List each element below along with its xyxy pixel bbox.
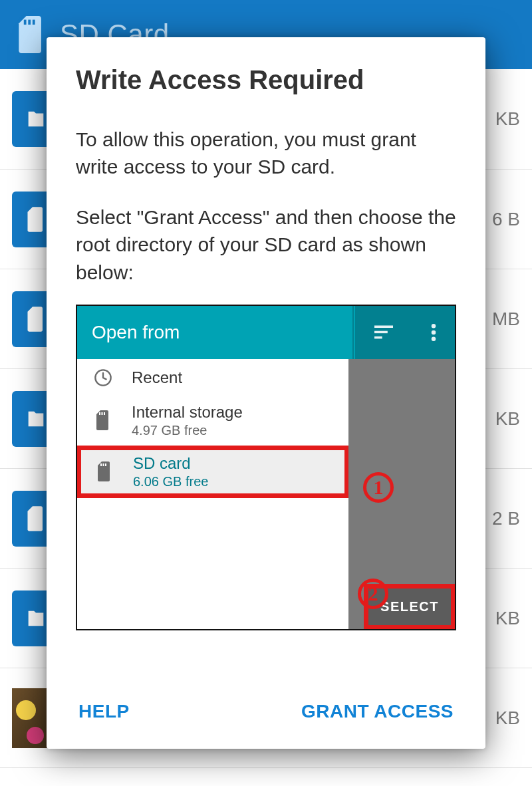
more-icon	[431, 324, 436, 341]
tutorial-body: Recent Internal storage 4.97 GB free	[77, 359, 455, 629]
dialog-title: Write Access Required	[76, 65, 456, 95]
file-size: 6 B	[492, 209, 520, 230]
write-access-dialog: Write Access Required To allow this oper…	[47, 37, 485, 749]
svg-rect-10	[99, 412, 100, 415]
file-size: KB	[495, 708, 520, 729]
sort-icon	[374, 325, 393, 340]
tutorial-image: Open from	[76, 305, 456, 630]
svg-rect-12	[104, 412, 105, 415]
tutorial-header-icons	[355, 306, 455, 359]
tutorial-item-sub: 4.97 GB free	[132, 423, 243, 438]
file-size: 2 B	[492, 508, 520, 529]
dialog-paragraph: Select "Grant Access" and then choose th…	[76, 203, 456, 286]
divider	[352, 306, 354, 359]
file-size: MB	[492, 309, 520, 330]
tutorial-item-sub: 6.06 GB free	[133, 474, 208, 489]
tutorial-item-internal: Internal storage 4.97 GB free	[77, 396, 348, 445]
step-two-marker: 2	[358, 579, 388, 609]
tutorial-item-recent: Recent	[77, 359, 348, 396]
file-size: KB	[495, 108, 520, 130]
svg-point-7	[431, 330, 436, 335]
svg-rect-15	[105, 463, 106, 466]
tutorial-item-label: Internal storage	[132, 403, 243, 422]
svg-rect-13	[100, 463, 102, 466]
list-item[interactable]: KB	[0, 767, 532, 786]
tutorial-header-title: Open from	[92, 322, 180, 343]
svg-rect-3	[374, 325, 393, 328]
svg-rect-5	[374, 336, 382, 339]
sd-card-icon	[93, 461, 116, 481]
tutorial-item-label: SD card	[133, 454, 208, 473]
file-size: KB	[495, 408, 520, 430]
sd-card-icon	[92, 410, 114, 430]
clock-icon	[92, 368, 114, 387]
help-button[interactable]: HELP	[76, 694, 132, 729]
dialog-paragraph: To allow this operation, you must grant …	[76, 126, 456, 181]
svg-rect-11	[102, 412, 103, 415]
svg-rect-2	[33, 20, 35, 25]
svg-rect-4	[374, 331, 388, 334]
dialog-actions: HELP GRANT ACCESS	[76, 674, 456, 729]
svg-rect-1	[28, 20, 31, 25]
svg-rect-14	[103, 463, 104, 466]
svg-point-6	[431, 324, 436, 328]
file-size: KB	[495, 608, 520, 629]
sd-card-icon	[16, 16, 47, 53]
step-one-marker: 1	[363, 472, 394, 503]
tutorial-item-label: Recent	[132, 368, 182, 387]
svg-rect-0	[24, 20, 27, 25]
svg-point-8	[431, 336, 436, 341]
tutorial-header: Open from	[77, 306, 455, 359]
grant-access-button[interactable]: GRANT ACCESS	[299, 694, 456, 729]
tutorial-drawer: Recent Internal storage 4.97 GB free	[77, 359, 348, 629]
tutorial-item-sd-highlighted: SD card 6.06 GB free	[78, 448, 347, 496]
